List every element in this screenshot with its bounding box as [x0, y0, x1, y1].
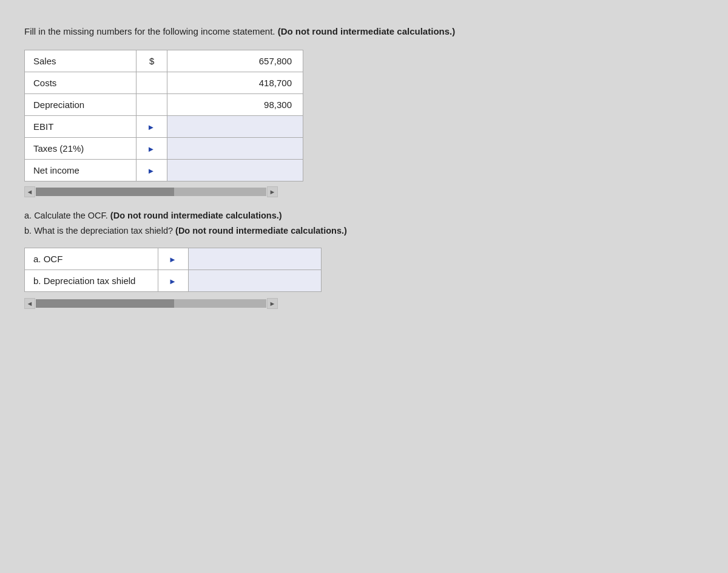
question-a-label: a. — [24, 211, 34, 220]
table-row: Net income ► — [25, 160, 303, 181]
net-income-arrow-icon: ► — [147, 166, 155, 175]
table-row: b. Depreciation tax shield ► — [25, 270, 322, 292]
depreciation-dollar — [136, 94, 167, 116]
scroll-track-2[interactable] — [36, 299, 266, 308]
net-income-label: Net income — [25, 160, 136, 181]
scroll-thumb-2 — [36, 299, 174, 308]
ebit-label: EBIT — [25, 116, 136, 138]
net-income-input[interactable] — [167, 160, 303, 181]
dollar-sign: $ — [136, 50, 167, 72]
dep-tax-shield-dollar: ► — [158, 270, 189, 292]
question-b-bold: (Do not round intermediate calculations.… — [175, 226, 347, 236]
costs-dollar — [136, 72, 167, 94]
table-row: Taxes (21%) ► — [25, 138, 303, 160]
income-table-container: Sales $ 657,800 Costs 418,700 Depreciati… — [24, 50, 704, 181]
questions-container: a. Calculate the OCF. (Do not round inte… — [24, 208, 449, 238]
ebit-input[interactable] — [167, 116, 303, 138]
answer-table-container: a. OCF ► b. Depreciation tax shield ► — [24, 248, 704, 292]
table-row: Costs 418,700 — [25, 72, 303, 94]
scroll-right-button-2[interactable]: ► — [267, 298, 278, 309]
taxes-dollar: ► — [136, 138, 167, 160]
scroll-track[interactable] — [36, 188, 266, 196]
net-income-dollar: ► — [136, 160, 167, 181]
net-income-input-field[interactable] — [176, 165, 294, 175]
taxes-arrow-icon: ► — [147, 144, 155, 154]
sales-label: Sales — [25, 50, 136, 72]
depreciation-label: Depreciation — [25, 94, 136, 116]
question-a-bold: (Do not round intermediate calculations.… — [110, 211, 282, 220]
dep-tax-shield-label: b. Depreciation tax shield — [25, 270, 158, 292]
scrollbar-top: ◄ ► — [24, 186, 704, 197]
ebit-dollar: ► — [136, 116, 167, 138]
question-b: b. What is the depreciation tax shield? … — [24, 223, 449, 239]
dep-tax-shield-input-field[interactable] — [197, 276, 312, 286]
scroll-right-button[interactable]: ► — [267, 186, 278, 197]
scroll-left-button[interactable]: ◄ — [24, 186, 35, 197]
ocf-label: a. OCF — [25, 248, 158, 270]
question-a: a. Calculate the OCF. (Do not round inte… — [24, 208, 449, 223]
table-row: EBIT ► — [25, 116, 303, 138]
instructions-text: Fill in the missing numbers for the foll… — [24, 24, 497, 39]
ocf-input-field[interactable] — [197, 254, 312, 264]
ocf-arrow-icon: ► — [169, 255, 177, 264]
scrollbar-bottom: ◄ ► — [24, 298, 704, 309]
dep-tax-shield-arrow-icon: ► — [169, 277, 177, 286]
question-b-label: b. — [24, 226, 34, 236]
instructions-bold: (Do not round intermediate calculations.… — [278, 26, 456, 36]
sales-value: 657,800 — [167, 50, 303, 72]
scroll-left-button-2[interactable]: ◄ — [24, 298, 35, 309]
taxes-input-field[interactable] — [176, 143, 294, 154]
depreciation-value: 98,300 — [167, 94, 303, 116]
ocf-dollar: ► — [158, 248, 189, 270]
dep-tax-shield-input[interactable] — [189, 270, 322, 292]
question-a-text: Calculate the OCF. — [34, 211, 108, 220]
ocf-input[interactable] — [189, 248, 322, 270]
taxes-input[interactable] — [167, 138, 303, 160]
question-b-text: What is the depreciation tax shield? — [34, 226, 173, 236]
answer-table: a. OCF ► b. Depreciation tax shield ► — [24, 248, 322, 292]
costs-label: Costs — [25, 72, 136, 94]
ebit-input-field[interactable] — [176, 121, 294, 132]
table-row: Depreciation 98,300 — [25, 94, 303, 116]
ebit-arrow-icon: ► — [147, 123, 155, 132]
table-row: a. OCF ► — [25, 248, 322, 270]
taxes-label: Taxes (21%) — [25, 138, 136, 160]
income-table: Sales $ 657,800 Costs 418,700 Depreciati… — [24, 50, 303, 181]
table-row: Sales $ 657,800 — [25, 50, 303, 72]
scroll-thumb — [36, 188, 174, 196]
costs-value: 418,700 — [167, 72, 303, 94]
